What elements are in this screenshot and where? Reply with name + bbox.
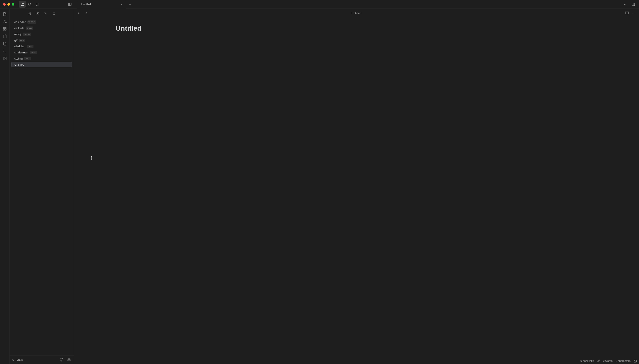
note-title[interactable]: Untitled <box>116 24 268 32</box>
pencil-icon <box>597 360 600 362</box>
minimize-window-button[interactable] <box>8 3 10 6</box>
file-name: spiderman <box>14 51 28 54</box>
tab-list-dropdown-button[interactable] <box>621 1 628 8</box>
search-panel-button[interactable] <box>26 1 34 8</box>
folder-icon <box>21 2 24 6</box>
files-panel-button[interactable] <box>19 1 26 8</box>
editor[interactable]: Untitled <box>74 17 639 358</box>
toggle-right-sidebar-button[interactable] <box>629 1 637 8</box>
file-item-obsidian[interactable]: obsidian JPG <box>11 44 72 49</box>
chevrons-up-down-icon <box>12 358 15 362</box>
chevron-down-icon <box>623 2 626 6</box>
file-ext-badge: JPEG <box>23 32 31 36</box>
help-circle-icon <box>60 358 64 362</box>
file-ext-badge: WEBP <box>27 20 36 24</box>
svg-point-16 <box>69 359 69 360</box>
new-note-button[interactable] <box>27 11 32 16</box>
file-icon <box>3 42 7 46</box>
vault-switcher[interactable]: Vault <box>12 358 23 362</box>
file-item-spiderman[interactable]: spiderman AVIF <box>11 50 72 55</box>
svg-point-21 <box>634 360 635 361</box>
help-button[interactable] <box>59 357 64 362</box>
svg-rect-10 <box>3 29 4 30</box>
more-options-button[interactable] <box>631 10 637 16</box>
sidebar-left-icon <box>68 2 72 6</box>
canvas-button[interactable] <box>2 26 8 32</box>
nav-back-button[interactable] <box>76 10 82 16</box>
svg-rect-1 <box>69 3 71 6</box>
main-pane: Untitled Untitled <box>74 9 639 364</box>
status-characters[interactable]: 0 characters <box>615 360 630 362</box>
daily-note-button[interactable] <box>2 33 8 40</box>
file-item-untitled[interactable]: Untitled <box>11 62 72 67</box>
reading-mode-button[interactable] <box>624 10 630 16</box>
graph-view-button[interactable] <box>2 18 8 25</box>
file-item-gif[interactable]: gif GIF <box>11 37 72 43</box>
pen-square-icon <box>27 12 31 16</box>
plus-icon <box>128 2 132 6</box>
new-tab-button[interactable] <box>126 0 134 9</box>
folder-plus-icon <box>36 12 39 16</box>
graph-icon <box>3 20 7 24</box>
search-icon <box>28 2 32 6</box>
calendar-icon <box>3 34 7 38</box>
image-icon <box>3 56 7 60</box>
status-edit-mode[interactable] <box>597 360 600 362</box>
file-ext-badge: PNG <box>24 57 31 60</box>
file-name: gif <box>14 39 17 42</box>
status-words[interactable]: 0 words <box>603 360 612 362</box>
chevrons-up-down-icon <box>52 12 56 16</box>
tab-untitled[interactable]: Untitled <box>77 0 126 9</box>
nav-forward-button[interactable] <box>83 10 89 16</box>
file-name: calendar <box>14 20 26 24</box>
arrow-right-icon <box>84 11 88 15</box>
vault-name: Vault <box>17 358 23 362</box>
titlebar: Untitled <box>0 0 639 9</box>
text-cursor-indicator <box>90 156 93 160</box>
command-palette-button[interactable] <box>2 48 8 54</box>
status-image-button[interactable] <box>633 360 637 363</box>
file-item-calendar[interactable]: calendar WEBP <box>11 19 72 25</box>
templates-button[interactable] <box>2 40 8 47</box>
file-ext-badge: GIF <box>19 39 25 42</box>
file-search-icon <box>3 12 7 16</box>
svg-rect-9 <box>5 29 6 30</box>
sidebar: calendar WEBP callouts PNG emoji JPEG gi… <box>10 9 74 364</box>
file-name: callouts <box>14 26 24 30</box>
file-ext-badge: AVIF <box>30 51 37 54</box>
file-ext-badge: PNG <box>26 26 33 30</box>
image-button[interactable] <box>2 55 8 62</box>
status-backlinks[interactable]: 0 backlinks <box>580 360 594 362</box>
svg-point-17 <box>633 13 634 13</box>
close-window-button[interactable] <box>3 3 6 6</box>
window-controls <box>0 3 17 6</box>
settings-button[interactable] <box>66 357 72 362</box>
file-item-emoji[interactable]: emoji JPEG <box>11 31 72 37</box>
svg-point-14 <box>4 58 5 58</box>
statusbar: 0 backlinks 0 words 0 characters <box>74 358 639 364</box>
book-open-icon <box>625 11 629 15</box>
view-breadcrumb[interactable]: Untitled <box>90 12 623 15</box>
quick-switcher-button[interactable] <box>2 11 8 17</box>
file-item-styling[interactable]: styling PNG <box>11 56 72 61</box>
gear-icon <box>67 358 71 362</box>
file-name: Untitled <box>14 63 24 66</box>
svg-rect-7 <box>3 27 4 28</box>
svg-point-19 <box>632 13 633 13</box>
sidebar-right-icon <box>631 2 635 6</box>
maximize-window-button[interactable] <box>12 3 14 6</box>
ribbon <box>0 9 10 364</box>
bookmarks-panel-button[interactable] <box>34 1 41 8</box>
sort-button[interactable] <box>43 11 49 16</box>
file-item-callouts[interactable]: callouts PNG <box>11 25 72 31</box>
more-horizontal-icon <box>632 11 636 15</box>
new-folder-button[interactable] <box>35 11 41 16</box>
tab-close-button[interactable] <box>120 3 123 6</box>
arrow-up-narrow-wide-icon <box>44 12 48 16</box>
file-name: obsidian <box>14 45 25 48</box>
toggle-left-sidebar-button[interactable] <box>66 1 74 8</box>
collapse-button[interactable] <box>51 11 57 16</box>
svg-rect-2 <box>632 3 635 6</box>
bookmark-icon <box>36 2 39 6</box>
file-ext-badge: JPG <box>27 45 34 48</box>
